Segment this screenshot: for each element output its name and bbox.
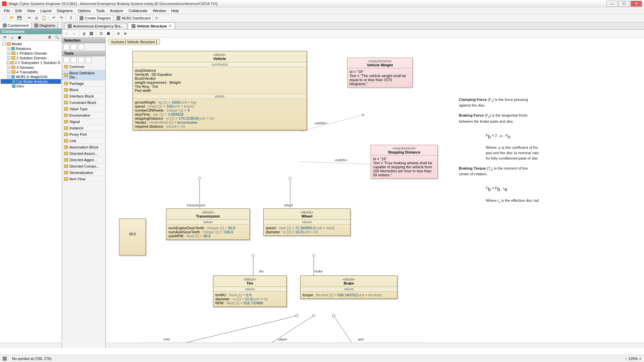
tree-node[interactable]: +4 Traceability xyxy=(1,70,61,74)
tree-node[interactable]: Car Brake Analysis xyxy=(1,79,61,84)
palette-item[interactable]: Link xyxy=(62,138,105,144)
tab-close-icon[interactable]: ✕ xyxy=(168,24,171,28)
palette-item[interactable]: Instance xyxy=(62,125,105,131)
menu-view[interactable]: View xyxy=(24,8,38,13)
palette-item[interactable]: Signal xyxy=(62,119,105,125)
tree-node[interactable]: +AEBS in MagicGrid xyxy=(1,74,61,79)
palette-item[interactable]: Directed Aggre... xyxy=(62,157,105,163)
copy-icon[interactable]: ⎘ xyxy=(33,15,40,21)
block-engine-fragment[interactable]: 00.0 xyxy=(119,219,146,255)
back-icon[interactable]: ← xyxy=(63,30,70,37)
menu-tools[interactable]: Tools xyxy=(93,8,107,13)
palette-item[interactable]: Block Definition Dia... xyxy=(62,70,105,80)
block-brake[interactable]: «block»Brake values torque : lbs-feet [1… xyxy=(300,276,397,299)
tree-node[interactable]: Intro xyxy=(1,84,61,88)
export-img-icon[interactable]: 🖼 xyxy=(88,30,95,37)
block-vehicle[interactable]: «block»Vehicle constraints stopDistanceV… xyxy=(132,51,307,130)
req-vehicle-weight[interactable]: «requirement»Vehicle Weight Id = "19"Tex… xyxy=(347,58,413,87)
collapse-icon[interactable]: ▣ xyxy=(16,34,23,41)
tree-node[interactable]: +Relations xyxy=(1,46,61,51)
new-icon[interactable]: 📄 xyxy=(1,15,8,21)
palette-item[interactable]: Block xyxy=(62,87,105,93)
diagram-canvas[interactable]: tructure [ Vehicle Structure ] xyxy=(106,38,644,348)
expander-icon[interactable]: + xyxy=(7,56,10,60)
redo-icon[interactable]: ↷ xyxy=(58,15,64,21)
align-left-icon[interactable]: ⫷ xyxy=(115,30,121,37)
block-transmission[interactable]: «block»Transmission values numEngineGear… xyxy=(166,208,250,240)
menu-window[interactable]: Window xyxy=(150,8,168,13)
tree-node[interactable]: +2 Solution Domain xyxy=(1,56,61,60)
sep-tool[interactable] xyxy=(86,57,92,63)
text-tool[interactable] xyxy=(63,57,69,63)
export-icon[interactable]: ⇪ xyxy=(67,15,74,21)
image-tool[interactable] xyxy=(78,57,84,63)
canvas-scrollbar-h[interactable] xyxy=(106,343,644,348)
maximize-button[interactable]: ☐ xyxy=(619,1,630,7)
palette-item[interactable]: Item Flow xyxy=(62,176,105,182)
zoom-out-icon[interactable]: − xyxy=(625,357,627,361)
palette-item[interactable]: Proxy Port xyxy=(62,131,105,138)
zoom-fit-icon[interactable]: ⊡ xyxy=(98,30,104,37)
palette-item[interactable]: Directed Associ... xyxy=(62,150,105,157)
palette-item[interactable]: Enumeration xyxy=(62,112,105,119)
expander-icon[interactable]: + xyxy=(7,66,10,69)
tree-scrollbar[interactable] xyxy=(0,343,62,348)
palette-item[interactable]: Interface Block xyxy=(62,93,105,100)
refresh-icon[interactable]: ⟳ xyxy=(1,34,8,41)
dashboard-button[interactable]: AEBS Dashboard xyxy=(114,15,153,21)
print-icon[interactable]: 🖨 xyxy=(80,30,87,37)
pan-tool[interactable] xyxy=(71,44,77,50)
forward-icon[interactable]: → xyxy=(71,30,77,37)
menu-collaborate[interactable]: Collaborate xyxy=(126,8,150,13)
create-diagram-button[interactable]: Create Diagram xyxy=(77,15,113,21)
cut-icon[interactable]: ✂ xyxy=(26,15,33,21)
gear-icon[interactable]: ⚙ xyxy=(46,34,53,41)
palette-item[interactable]: Common xyxy=(62,64,105,70)
search-icon[interactable]: 🔍 xyxy=(54,34,60,41)
palette-item[interactable]: Constraint Block xyxy=(62,100,105,106)
expander-icon[interactable]: + xyxy=(7,52,10,55)
expander-icon[interactable]: + xyxy=(6,61,9,64)
palette-item[interactable]: Generalization xyxy=(62,170,105,176)
note-tool[interactable] xyxy=(71,57,77,63)
model-tree[interactable]: -Model+Relations+1 Problem Domain+2 Solu… xyxy=(0,41,62,343)
close-button[interactable]: ✕ xyxy=(631,1,642,7)
palette-item[interactable]: Package xyxy=(62,80,105,87)
tree-node[interactable]: +2.1 Subsystem 1 Solution D xyxy=(1,60,61,65)
undo-icon[interactable]: ↶ xyxy=(50,15,57,21)
tree-node[interactable]: +3 Glossary xyxy=(1,65,61,70)
menu-options[interactable]: Options xyxy=(75,8,93,13)
menu-analyze[interactable]: Analyze xyxy=(107,8,126,13)
menu-diagrams[interactable]: Diagrams xyxy=(54,8,75,13)
doc-tab[interactable]: Autonomous Emergency Bra... xyxy=(64,23,127,29)
expander-icon[interactable]: - xyxy=(2,42,6,46)
palette-item[interactable]: Association Block xyxy=(62,144,105,150)
block-wheel[interactable]: «block»Wheel values speed : mph [1] = 71… xyxy=(263,208,351,236)
expander-icon[interactable]: + xyxy=(7,70,10,74)
save-icon[interactable]: 💾 xyxy=(16,15,23,21)
tree-node[interactable]: -Model xyxy=(1,42,61,46)
play-icon[interactable]: ▷ xyxy=(154,15,160,21)
zoom-tool[interactable] xyxy=(78,44,84,50)
pointer-tool[interactable] xyxy=(63,44,69,50)
palette-item[interactable]: Directed Compo... xyxy=(62,163,105,170)
tab-diagrams[interactable]: Diagrams xyxy=(32,22,58,28)
home-icon[interactable]: ⌂ xyxy=(9,34,15,41)
align-right-icon[interactable]: ⫸ xyxy=(122,30,129,37)
expander-icon[interactable]: + xyxy=(7,75,10,78)
tab-containment[interactable]: Containment xyxy=(0,22,32,28)
doc-tab[interactable]: Vehicle Structure✕ xyxy=(128,22,175,29)
req-stopping-distance[interactable]: «requirement»Stopping Distance Id = "16"… xyxy=(371,145,438,179)
menu-edit[interactable]: Edit xyxy=(13,8,24,13)
palette-item[interactable]: Value Type xyxy=(62,106,105,112)
paste-icon[interactable]: 📋 xyxy=(41,15,47,21)
menu-file[interactable]: File xyxy=(1,8,13,13)
block-tire[interactable]: «block»Tire values tireMU : Real [1] = 0… xyxy=(213,276,287,307)
tree-node[interactable]: +1 Problem Domain xyxy=(1,51,61,56)
minimize-button[interactable]: — xyxy=(606,1,618,7)
grid-icon[interactable]: ▦ xyxy=(105,30,112,37)
expander-icon[interactable]: + xyxy=(7,47,10,50)
zoom-in-icon[interactable]: + xyxy=(639,357,641,361)
menu-layout[interactable]: Layout xyxy=(38,8,54,13)
menu-help[interactable]: Help xyxy=(169,8,182,13)
